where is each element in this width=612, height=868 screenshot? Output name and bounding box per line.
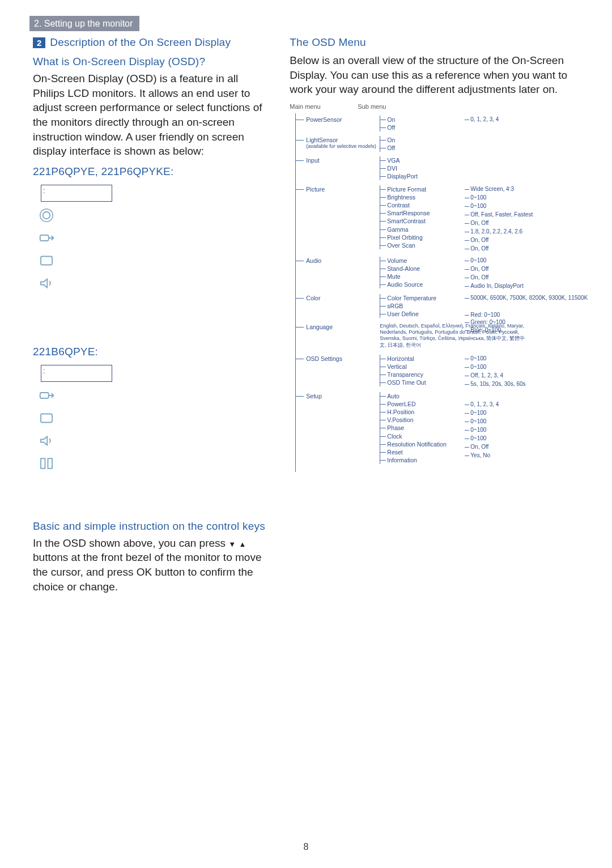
menu-main-label: Color	[306, 294, 320, 302]
menu-main-item: LanguageEnglish, Deutsch, Español, Ελλην…	[306, 323, 583, 355]
menu-sub-item: Clock	[387, 432, 446, 440]
menu-sub-item: On	[387, 136, 395, 144]
sensor-icon	[36, 205, 57, 225]
menu-main-label: OSD Settings	[306, 355, 342, 363]
menu-sub-item: Information	[387, 456, 446, 464]
svg-rect-2	[40, 235, 49, 241]
menu-sub-item: SmartContrast	[387, 217, 430, 225]
menu-sub-item: Gamma	[387, 225, 430, 233]
menu-value-item: 0~100	[470, 435, 499, 442]
menu-value-item: On, Off	[470, 274, 523, 282]
svg-rect-3	[41, 256, 52, 265]
osd-description-heading: Description of the On Screen Display	[50, 36, 231, 49]
menu-value-item: 0~100	[470, 426, 499, 434]
menu-sub-item: Auto	[387, 392, 446, 400]
picture-icon	[36, 250, 57, 271]
menu-value-item: 0~100	[470, 355, 525, 363]
down-triangle-icon: ▼	[228, 540, 236, 548]
menu-value-item: 1.8, 2.0, 2.2, 2.4, 2.6	[470, 228, 533, 236]
svg-rect-6	[41, 458, 45, 469]
menu-value-item: Off, Fast, Faster, Fastest	[470, 211, 533, 219]
menu-sub-item: Brightness	[387, 193, 430, 201]
main-menu-header: Main menu	[290, 103, 358, 111]
menu-main-label: Language	[306, 323, 333, 331]
section-tab: 2. Setting up the monitor	[29, 16, 139, 31]
menu-sub-item: Stand-Alone	[387, 265, 423, 273]
menu-value-item: 0~100	[470, 194, 533, 202]
what-is-osd-subhead: What is On-Screen Display (OSD)?	[33, 56, 269, 68]
menu-sub-item: Pixel Orbiting	[387, 233, 430, 241]
svg-rect-7	[48, 458, 53, 469]
menu-sub-item: DVI	[387, 164, 418, 172]
step-number-badge: 2	[33, 37, 45, 48]
audio-icon	[36, 273, 57, 293]
right-column: The OSD Menu Below is an overall view of…	[290, 36, 583, 599]
menu-sub-item: Reset	[387, 448, 446, 456]
menu-value-item: 0, 1, 2, 3, 4	[470, 401, 499, 409]
menu-main-label: Input	[306, 156, 319, 164]
menu-main-item: InputVGADVIDisplayPort	[306, 156, 583, 185]
menu-main-item: ColorColor TemperaturesRGBUser Define500…	[306, 294, 583, 323]
sub-menu-header: Sub menu	[358, 103, 386, 111]
menu-value-item: 0~100	[470, 363, 525, 371]
menu-value-item: On, Off	[470, 443, 499, 451]
menu-main-label: PowerSensor	[306, 116, 342, 124]
menu-value-item: 0, 1, 2, 3, 4	[470, 116, 499, 124]
menu-sub-item: VGA	[387, 156, 418, 164]
menu-sub-item: V.Position	[387, 416, 446, 424]
menu-sub-item: Over Scan	[387, 241, 430, 249]
menu-sub-item: H.Position	[387, 408, 446, 416]
menu-sub-item: OSD Time Out	[387, 378, 426, 386]
menu-value-item: 0~100	[470, 257, 523, 265]
menu-sub-item: Volume	[387, 257, 423, 265]
menu-value-item: Yes, No	[470, 452, 499, 459]
svg-point-0	[43, 212, 50, 219]
menu-main-item: AudioVolumeStand-AloneMuteAudio Source0~…	[306, 257, 583, 294]
input-icon	[36, 228, 57, 248]
menu-main-item: PicturePicture FormatBrightnessContrastS…	[306, 185, 583, 257]
menu-value-item: 0~100	[470, 418, 499, 426]
menu-main-item: PowerSensorOnOff0, 1, 2, 3, 4	[306, 116, 583, 136]
menu-sub-item: Picture Format	[387, 185, 430, 193]
menu-sub-item: Off	[387, 144, 395, 152]
menu-sub-item: On	[387, 116, 395, 124]
left-column: 2 Description of the On Screen Display W…	[33, 36, 269, 599]
osd-intro-paragraph: On-Screen Display (OSD) is a feature in …	[33, 71, 269, 159]
menu-value-item: 0~100	[470, 409, 499, 417]
menu-value-item: 5000K, 6500K, 7500K, 8200K, 9300K, 11500…	[470, 294, 588, 302]
svg-point-1	[40, 209, 53, 222]
menu-sub-item: Off	[387, 124, 395, 131]
page-number: 8	[304, 842, 309, 852]
menu-value-item: On, Off	[470, 219, 533, 227]
basic-instruction-subhead: Basic and simple instruction on the cont…	[33, 520, 269, 533]
menu-main-label: Audio	[306, 257, 321, 265]
menu-sub-item: Color Temperature	[387, 294, 436, 302]
audio-icon	[36, 431, 57, 451]
svg-rect-5	[41, 414, 52, 422]
menu-value-item: On, Off	[470, 245, 533, 253]
osd-preview-2: ••	[36, 365, 116, 474]
menu-sub-item: Resolution Notification	[387, 440, 446, 448]
menu-main-label: Picture	[306, 185, 325, 193]
model-label-1: 221P6QPYE, 221P6QPYKE:	[33, 165, 269, 178]
menu-sub-item: Phase	[387, 424, 446, 432]
menu-sub-item: Contrast	[387, 201, 430, 209]
svg-rect-4	[40, 393, 49, 398]
menu-sub-item: SmartResponse	[387, 209, 430, 217]
menu-sub-item: User Define	[387, 310, 436, 318]
menu-value-item: Wide Screen, 4:3	[470, 185, 533, 193]
model-label-2: 221B6QPYE:	[33, 346, 269, 358]
menu-main-item: LightSensor(available for selective mode…	[306, 136, 583, 156]
osd-menu-paragraph: Below is an overall view of the structur…	[290, 53, 583, 97]
menu-main-item: OSD SettingsHorizontalVerticalTransparen…	[306, 355, 583, 392]
osd-menu-heading: The OSD Menu	[290, 36, 583, 49]
menu-sub-item: Horizontal	[387, 355, 426, 363]
menu-value-item: Red: 0~100	[470, 311, 588, 319]
picture-icon	[36, 408, 57, 428]
menu-sub-item: PowerLED	[387, 400, 446, 408]
menu-value-item: On, Off	[470, 236, 533, 244]
menu-value-item: Off, 1, 2, 3, 4	[470, 372, 525, 380]
menu-main-label: LightSensor	[306, 136, 338, 144]
up-triangle-icon: ▲	[239, 540, 246, 548]
page-content: 2 Description of the On Screen Display W…	[33, 36, 583, 599]
